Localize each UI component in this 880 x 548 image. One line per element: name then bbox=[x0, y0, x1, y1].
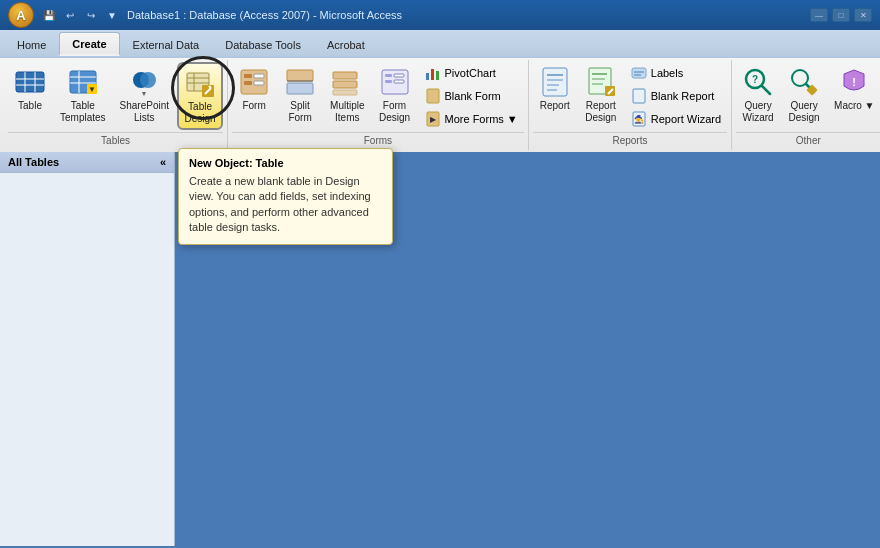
other-group: ? QueryWizard QueryDesign bbox=[732, 60, 880, 150]
tab-create[interactable]: Create bbox=[59, 32, 119, 56]
form-design-button[interactable]: FormDesign bbox=[373, 62, 417, 128]
multiple-items-icon bbox=[331, 66, 363, 98]
blank-report-label: Blank Report bbox=[651, 90, 715, 102]
split-form-button[interactable]: SplitForm bbox=[278, 62, 322, 128]
blank-report-icon bbox=[631, 88, 647, 104]
table-design-label: TableDesign bbox=[184, 101, 215, 125]
form-button[interactable]: Form bbox=[232, 62, 276, 116]
query-wizard-icon: ? bbox=[742, 66, 774, 98]
svg-rect-36 bbox=[394, 80, 404, 83]
form-label: Form bbox=[242, 100, 265, 112]
sharepoint-lists-button[interactable]: ▼ SharePointLists bbox=[114, 62, 175, 128]
reports-small-buttons: Labels Blank Report 🧙 bbox=[625, 62, 727, 130]
multiple-items-label: MultipleItems bbox=[330, 100, 364, 124]
office-icon: A bbox=[16, 8, 25, 23]
tab-home[interactable]: Home bbox=[4, 32, 59, 56]
svg-rect-38 bbox=[431, 69, 434, 80]
nav-pane-chevron: « bbox=[160, 156, 166, 168]
ribbon-content: Table ▼ TableTemplates bbox=[0, 58, 880, 152]
sharepoint-icon: ▼ bbox=[128, 66, 160, 98]
minimize-button[interactable]: — bbox=[810, 8, 828, 22]
labels-button[interactable]: Labels bbox=[625, 62, 727, 84]
pivotchart-button[interactable]: PivotChart bbox=[419, 62, 524, 84]
reports-group: Report ReportDesign bbox=[529, 60, 732, 150]
svg-text:?: ? bbox=[752, 74, 758, 85]
svg-rect-26 bbox=[287, 70, 313, 81]
report-icon bbox=[539, 66, 571, 98]
window-controls: — □ ✕ bbox=[810, 8, 872, 22]
svg-rect-22 bbox=[244, 74, 252, 78]
macro-button[interactable]: ! Macro ▼ bbox=[828, 62, 880, 116]
table-templates-label: TableTemplates bbox=[60, 100, 106, 124]
query-design-icon bbox=[788, 66, 820, 98]
form-icon bbox=[238, 66, 270, 98]
nav-pane-title: All Tables bbox=[8, 156, 59, 168]
blank-form-button[interactable]: Blank Form bbox=[419, 85, 524, 107]
svg-text:🧙: 🧙 bbox=[634, 114, 644, 124]
tab-acrobat[interactable]: Acrobat bbox=[314, 32, 378, 56]
svg-text:!: ! bbox=[852, 76, 856, 88]
close-button[interactable]: ✕ bbox=[854, 8, 872, 22]
report-wizard-icon: 🧙 bbox=[631, 111, 647, 127]
table-design-button[interactable]: TableDesign bbox=[177, 62, 223, 130]
redo-quick-btn[interactable]: ↪ bbox=[82, 6, 100, 24]
split-form-icon bbox=[284, 66, 316, 98]
blank-form-label: Blank Form bbox=[445, 90, 501, 102]
svg-rect-35 bbox=[385, 80, 392, 83]
table-button[interactable]: Table bbox=[8, 62, 52, 116]
svg-rect-27 bbox=[287, 83, 313, 94]
pivotchart-icon bbox=[425, 65, 441, 81]
split-form-label: SplitForm bbox=[288, 100, 311, 124]
other-group-label: Other bbox=[736, 132, 880, 148]
navigation-pane: All Tables « bbox=[0, 152, 175, 546]
blank-form-icon bbox=[425, 88, 441, 104]
query-wizard-button[interactable]: ? QueryWizard bbox=[736, 62, 780, 128]
report-design-button[interactable]: ReportDesign bbox=[579, 62, 623, 128]
forms-small-buttons: PivotChart Blank Form ▶ bbox=[419, 62, 524, 130]
report-button[interactable]: Report bbox=[533, 62, 577, 116]
multiple-items-button[interactable]: MultipleItems bbox=[324, 62, 370, 128]
more-forms-button[interactable]: ▶ More Forms ▼ bbox=[419, 108, 524, 130]
svg-rect-40 bbox=[427, 89, 439, 103]
customize-quick-btn[interactable]: ▼ bbox=[103, 6, 121, 24]
quick-access-toolbar: 💾 ↩ ↪ ▼ bbox=[40, 6, 121, 24]
svg-rect-24 bbox=[244, 81, 252, 85]
main-area: All Tables « bbox=[0, 152, 880, 546]
svg-rect-30 bbox=[333, 81, 357, 88]
title-bar-left: A 💾 ↩ ↪ ▼ Database1 : Database (Access 2… bbox=[8, 2, 402, 28]
svg-rect-23 bbox=[254, 74, 264, 78]
svg-line-20 bbox=[209, 86, 211, 88]
ribbon-tabs: Home Create External Data Database Tools… bbox=[0, 30, 880, 58]
macro-icon: ! bbox=[838, 66, 870, 98]
save-quick-btn[interactable]: 💾 bbox=[40, 6, 58, 24]
svg-text:▼: ▼ bbox=[88, 85, 96, 94]
report-wizard-button[interactable]: 🧙 Report Wizard bbox=[625, 108, 727, 130]
report-design-icon bbox=[585, 66, 617, 98]
query-design-button[interactable]: QueryDesign bbox=[782, 62, 826, 128]
more-forms-icon: ▶ bbox=[425, 111, 441, 127]
svg-rect-25 bbox=[254, 81, 264, 85]
tables-group: Table ▼ TableTemplates bbox=[4, 60, 228, 150]
svg-rect-54 bbox=[632, 68, 646, 78]
forms-group-label: Forms bbox=[232, 132, 524, 148]
svg-rect-31 bbox=[333, 90, 357, 95]
tab-external-data[interactable]: External Data bbox=[120, 32, 213, 56]
svg-rect-34 bbox=[394, 74, 404, 77]
svg-rect-39 bbox=[436, 71, 439, 80]
forms-group-buttons: Form SplitForm bbox=[232, 62, 524, 130]
svg-rect-37 bbox=[426, 73, 429, 80]
table-icon bbox=[14, 66, 46, 98]
tables-group-label: Tables bbox=[8, 132, 223, 148]
table-templates-button[interactable]: ▼ TableTemplates bbox=[54, 62, 112, 128]
nav-pane-header[interactable]: All Tables « bbox=[0, 152, 174, 173]
blank-report-button[interactable]: Blank Report bbox=[625, 85, 727, 107]
svg-rect-57 bbox=[633, 89, 645, 103]
form-design-label: FormDesign bbox=[379, 100, 410, 124]
restore-button[interactable]: □ bbox=[832, 8, 850, 22]
pivotchart-label: PivotChart bbox=[445, 67, 496, 79]
tab-database-tools[interactable]: Database Tools bbox=[212, 32, 314, 56]
svg-point-12 bbox=[140, 72, 156, 88]
office-button[interactable]: A bbox=[8, 2, 34, 28]
undo-quick-btn[interactable]: ↩ bbox=[61, 6, 79, 24]
report-label: Report bbox=[540, 100, 570, 112]
